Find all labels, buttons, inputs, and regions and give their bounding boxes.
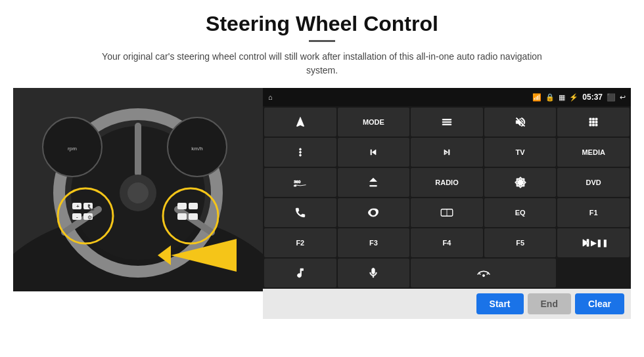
f3-button[interactable]: F3 — [338, 228, 410, 257]
settings-button[interactable] — [264, 138, 336, 167]
svg-rect-22 — [189, 213, 198, 220]
status-right: 📶 🔒 ▦ ⚡ 05:37 ⬛ ↩ — [532, 93, 626, 102]
eq-button[interactable]: EQ — [484, 198, 557, 227]
cast-icon: ⬛ — [607, 93, 616, 102]
360-button[interactable]: 360 — [264, 168, 336, 197]
bottom-bar: Start End Clear — [263, 289, 631, 319]
svg-text:📞: 📞 — [87, 203, 95, 211]
wifi-icon: 📶 — [532, 93, 541, 102]
handfree-button[interactable] — [411, 259, 556, 287]
brightness-button[interactable] — [484, 168, 557, 197]
tv-button[interactable]: TV — [484, 138, 557, 167]
phone-button[interactable] — [264, 198, 336, 227]
svg-text:km/h: km/h — [191, 146, 202, 152]
back-icon[interactable]: ↩ — [620, 93, 626, 102]
page-container: Steering Wheel Control Your original car… — [0, 0, 644, 357]
apps-button[interactable] — [557, 108, 630, 136]
end-button[interactable]: End — [528, 293, 571, 314]
mode-button[interactable]: MODE — [338, 108, 410, 136]
title-divider — [309, 40, 335, 42]
svg-text:+: + — [76, 203, 80, 209]
svg-point-8 — [127, 182, 149, 203]
page-subtitle: Your original car's steering wheel contr… — [92, 50, 552, 77]
status-left: ⌂ — [268, 93, 273, 101]
nav-button[interactable] — [264, 108, 336, 136]
button-grid: MODE — [263, 106, 631, 289]
svg-text:360: 360 — [294, 179, 301, 184]
f4-button[interactable]: F4 — [411, 228, 483, 257]
f5-button[interactable]: F5 — [484, 228, 557, 257]
eject-button[interactable] — [338, 168, 410, 197]
svg-rect-19 — [177, 203, 187, 209]
status-bar: ⌂ 📶 🔒 ▦ ⚡ 05:37 ⬛ ↩ — [263, 88, 631, 106]
music-button[interactable] — [264, 259, 336, 287]
dvd-button[interactable]: DVD — [557, 168, 630, 197]
swap-button[interactable] — [338, 198, 410, 227]
svg-rect-21 — [189, 203, 198, 209]
content-area: + - 📞 ⚙ rpm km/h — [13, 88, 631, 319]
svg-text:⚙: ⚙ — [87, 215, 92, 220]
media-button[interactable]: MEDIA — [557, 138, 630, 167]
clear-button[interactable]: Clear — [575, 293, 624, 314]
mute-button[interactable] — [484, 108, 557, 136]
start-button[interactable]: Start — [476, 293, 524, 314]
playpause-button[interactable]: ▶❚❚ — [557, 228, 630, 257]
sim-icon: ▦ — [559, 93, 565, 102]
svg-text:rpm: rpm — [68, 146, 77, 152]
svg-rect-20 — [177, 213, 187, 220]
next-button[interactable] — [411, 138, 483, 167]
mirror-button[interactable] — [411, 198, 483, 227]
page-title: Steering Wheel Control — [206, 12, 438, 36]
prev-button[interactable] — [338, 138, 410, 167]
lock-icon: 🔒 — [545, 93, 555, 102]
bluetooth-icon: ⚡ — [569, 93, 578, 102]
time-display: 05:37 — [582, 93, 603, 102]
radio-button[interactable]: RADIO — [411, 168, 483, 197]
f2-button[interactable]: F2 — [264, 228, 336, 257]
svg-point-33 — [482, 274, 484, 276]
steering-wheel-image: + - 📞 ⚙ rpm km/h — [13, 88, 263, 291]
menu-button[interactable] — [411, 108, 483, 136]
home-icon[interactable]: ⌂ — [268, 93, 273, 101]
mic-button[interactable] — [338, 259, 410, 287]
svg-text:-: - — [76, 214, 78, 220]
svg-rect-30 — [294, 185, 296, 186]
f1-button[interactable]: F1 — [557, 198, 630, 227]
head-unit: ⌂ 📶 🔒 ▦ ⚡ 05:37 ⬛ ↩ MO — [263, 88, 631, 319]
